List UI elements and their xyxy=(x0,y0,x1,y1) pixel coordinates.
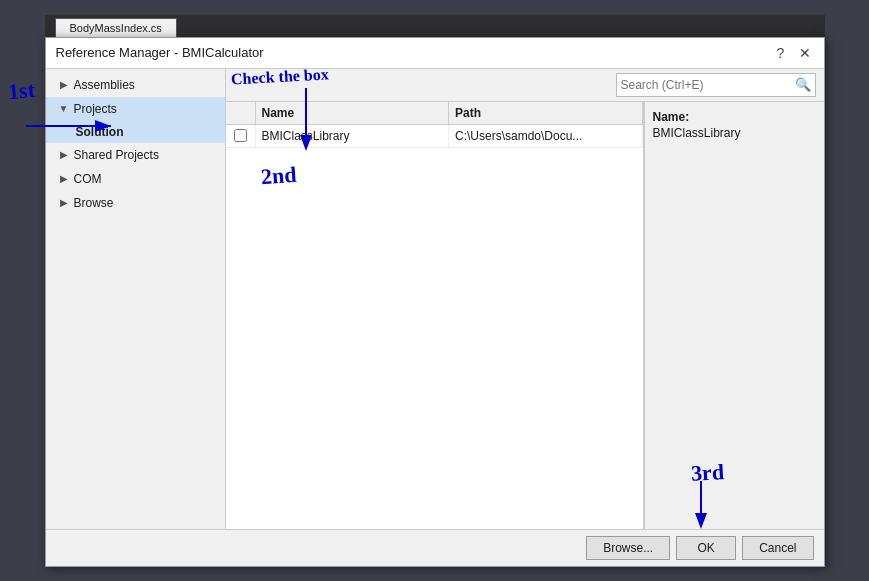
row-path: C:\Users\samdo\Docu... xyxy=(449,125,643,147)
sidebar-item-shared-label: Shared Projects xyxy=(74,148,159,162)
search-button[interactable]: 🔍 xyxy=(795,77,811,92)
tab-bar: BodyMassIndex.cs xyxy=(45,15,825,37)
sidebar-item-com-label: COM xyxy=(74,172,102,186)
sidebar: ▶ Assemblies ▼ Projects Solution ▶ Share… xyxy=(46,69,226,529)
search-input[interactable] xyxy=(621,78,795,92)
search-wrap: 🔍 xyxy=(616,73,816,97)
browse-button[interactable]: Browse... xyxy=(586,536,670,560)
sidebar-item-assemblies[interactable]: ▶ Assemblies xyxy=(46,73,225,97)
search-bar: 🔍 xyxy=(226,69,824,102)
col-header-path: Path xyxy=(449,102,643,124)
sidebar-item-com[interactable]: ▶ COM xyxy=(46,167,225,191)
sidebar-item-browse[interactable]: ▶ Browse xyxy=(46,191,225,215)
dialog-body: ▶ Assemblies ▼ Projects Solution ▶ Share… xyxy=(46,69,824,529)
ok-button[interactable]: OK xyxy=(676,536,736,560)
row-checkbox[interactable] xyxy=(234,129,247,142)
sidebar-item-projects[interactable]: ▼ Projects xyxy=(46,97,225,121)
col-header-name: Name xyxy=(256,102,450,124)
detail-panel: Name: BMIClassLibrary xyxy=(644,102,824,529)
row-name: BMIClassLibrary xyxy=(256,125,450,147)
sidebar-item-solution-label: Solution xyxy=(76,125,124,139)
sidebar-item-assemblies-label: Assemblies xyxy=(74,78,135,92)
table-section: Name Path BMIClassLibrary C:\Users\samdo… xyxy=(226,102,644,529)
main-content: 🔍 Name Path xyxy=(226,69,824,529)
annotation-first: 1st xyxy=(6,76,35,104)
active-tab[interactable]: BodyMassIndex.cs xyxy=(55,18,177,37)
arrow-icon-browse: ▶ xyxy=(58,197,70,209)
arrow-icon-shared: ▶ xyxy=(58,149,70,161)
detail-value: BMIClassLibrary xyxy=(653,126,816,140)
title-bar: Reference Manager - BMICalculator ? ✕ xyxy=(46,38,824,69)
detail-label: Name: xyxy=(653,110,816,124)
col-header-checkbox xyxy=(226,102,256,124)
help-button[interactable]: ? xyxy=(772,44,790,62)
table-row: BMIClassLibrary C:\Users\samdo\Docu... xyxy=(226,125,643,148)
cancel-button[interactable]: Cancel xyxy=(742,536,813,560)
sidebar-item-shared-projects[interactable]: ▶ Shared Projects xyxy=(46,143,225,167)
close-button[interactable]: ✕ xyxy=(796,44,814,62)
sidebar-item-projects-label: Projects xyxy=(74,102,117,116)
bottom-bar: Browse... OK Cancel xyxy=(46,529,824,566)
arrow-icon: ▶ xyxy=(58,79,70,91)
title-bar-controls: ? ✕ xyxy=(772,44,814,62)
row-checkbox-cell xyxy=(226,125,256,147)
reference-manager-dialog: Reference Manager - BMICalculator ? ✕ ▶ … xyxy=(45,37,825,567)
table-header: Name Path xyxy=(226,102,643,125)
dialog-title: Reference Manager - BMICalculator xyxy=(56,45,264,60)
table-area: Name Path BMIClassLibrary C:\Users\samdo… xyxy=(226,102,824,529)
arrow-icon-com: ▶ xyxy=(58,173,70,185)
sidebar-item-solution[interactable]: Solution xyxy=(46,121,225,143)
sidebar-item-browse-label: Browse xyxy=(74,196,114,210)
arrow-expand-icon: ▼ xyxy=(58,103,70,115)
